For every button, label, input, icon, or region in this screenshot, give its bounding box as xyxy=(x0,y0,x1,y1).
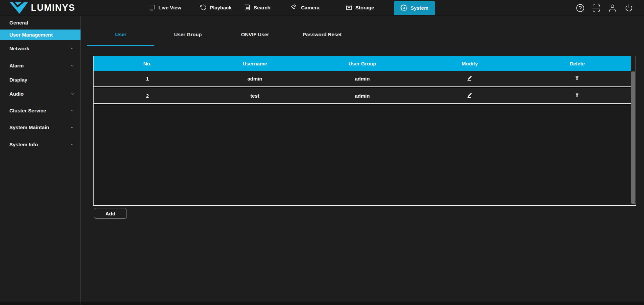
storage-box-icon xyxy=(346,4,352,11)
chevron-down-icon xyxy=(70,46,75,51)
nav-playback[interactable]: Playback xyxy=(200,0,232,15)
nav-live-view[interactable]: Live View xyxy=(148,0,181,15)
nav-label: System xyxy=(410,5,428,11)
nav-label: Storage xyxy=(355,5,374,10)
gear-icon xyxy=(400,4,407,11)
playback-rotate-icon xyxy=(200,4,207,11)
sidebar-item-user-management[interactable]: User Management xyxy=(0,30,81,40)
cell-no: 1 xyxy=(94,76,201,82)
nav-system-active-tab[interactable]: System xyxy=(394,1,435,15)
tab-user[interactable]: User xyxy=(87,29,154,40)
add-user-button[interactable]: Add xyxy=(94,208,127,219)
bottom-edge-strip xyxy=(0,302,644,305)
luminys-logo-icon xyxy=(9,2,28,14)
modify-pencil-icon[interactable] xyxy=(466,92,474,99)
delete-trash-icon[interactable] xyxy=(574,75,581,83)
active-tab-underline xyxy=(87,45,154,46)
tab-password-reset[interactable]: Password Reset xyxy=(289,29,356,40)
user-icon[interactable] xyxy=(608,4,617,12)
cell-user-group: admin xyxy=(308,93,416,99)
chevron-down-icon xyxy=(70,92,75,96)
column-header-delete: Delete xyxy=(524,61,631,66)
sidebar-item-label: Alarm xyxy=(9,63,24,68)
settings-sidebar: General User Management Network Alarm Di… xyxy=(0,16,81,305)
table-vertical-scrollbar[interactable] xyxy=(631,71,635,204)
user-table: No. Username User Group Modify Delete 1 … xyxy=(93,56,636,206)
sidebar-item-label: Display xyxy=(9,77,27,83)
brand-name: LUMINYS xyxy=(31,0,75,16)
help-icon[interactable] xyxy=(576,4,585,12)
scan-icon[interactable] xyxy=(592,4,601,12)
sidebar-item-label: Audio xyxy=(9,91,24,97)
sidebar-item-label: User Management xyxy=(9,32,53,38)
cell-user-group: admin xyxy=(308,76,416,82)
chevron-down-icon xyxy=(70,63,75,68)
monitor-icon xyxy=(148,4,155,11)
column-header-username: Username xyxy=(201,61,308,66)
nav-search[interactable]: Search xyxy=(244,0,270,15)
modify-pencil-icon[interactable] xyxy=(466,74,474,82)
column-header-user-group: User Group xyxy=(308,61,416,66)
nav-label: Camera xyxy=(301,5,319,10)
sidebar-item-audio[interactable]: Audio xyxy=(0,89,81,99)
table-row: 2 test admin xyxy=(94,88,631,104)
cell-no: 2 xyxy=(94,93,201,99)
delete-trash-icon[interactable] xyxy=(574,92,581,100)
search-document-icon xyxy=(244,4,251,11)
nav-label: Playback xyxy=(210,5,232,10)
sidebar-item-label: System Maintain xyxy=(9,124,49,130)
chevron-down-icon xyxy=(70,108,75,113)
sidebar-item-label: System Info xyxy=(9,142,38,147)
nav-storage[interactable]: Storage xyxy=(346,0,374,15)
sidebar-item-display[interactable]: Display xyxy=(0,74,81,85)
cctv-camera-icon xyxy=(291,4,298,11)
table-header-row: No. Username User Group Modify Delete xyxy=(94,56,631,71)
tab-user-group[interactable]: User Group xyxy=(154,29,221,40)
column-header-no: No. xyxy=(94,61,201,66)
sidebar-item-general[interactable]: General xyxy=(0,17,81,28)
luminys-app-window: LUMINYS Live View Playback Search Camera xyxy=(0,0,644,305)
column-header-modify: Modify xyxy=(416,61,524,66)
sidebar-item-label: General xyxy=(9,20,28,26)
cell-username: admin xyxy=(201,76,308,82)
sidebar-item-network[interactable]: Network xyxy=(0,43,81,54)
top-nav-bar: LUMINYS Live View Playback Search Camera xyxy=(0,0,644,16)
row-separator xyxy=(94,104,631,105)
chevron-down-icon xyxy=(70,142,75,147)
luminys-logo xyxy=(9,2,28,14)
cell-username: test xyxy=(201,93,308,99)
nav-label: Live View xyxy=(158,5,181,10)
nav-label: Search xyxy=(254,5,270,10)
sidebar-item-system-info[interactable]: System Info xyxy=(0,139,81,150)
table-row: 1 admin admin xyxy=(94,71,631,87)
power-icon[interactable] xyxy=(625,4,634,12)
sidebar-item-label: Network xyxy=(9,46,29,51)
chevron-down-icon xyxy=(70,125,75,130)
sidebar-item-alarm[interactable]: Alarm xyxy=(0,60,81,71)
table-header-scrollbar-corner xyxy=(631,56,636,71)
sidebar-item-cluster-service[interactable]: Cluster Service xyxy=(0,105,81,116)
sidebar-item-label: Cluster Service xyxy=(9,108,46,113)
nav-camera[interactable]: Camera xyxy=(291,0,319,15)
tab-onvif-user[interactable]: ONVIF User xyxy=(221,29,289,40)
sidebar-item-system-maintain[interactable]: System Maintain xyxy=(0,122,81,133)
